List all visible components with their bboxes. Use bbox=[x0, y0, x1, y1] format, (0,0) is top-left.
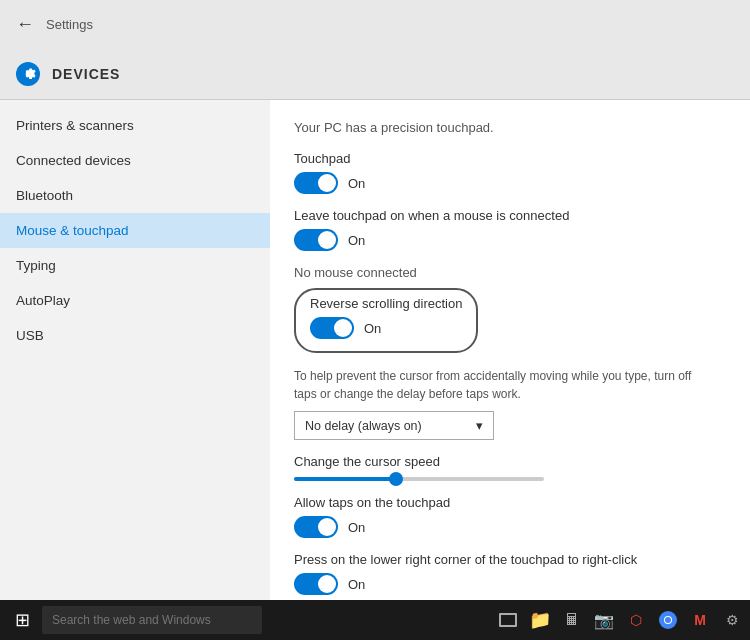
leave-touchpad-toggle[interactable] bbox=[294, 229, 338, 251]
cam-icon: 📷 bbox=[594, 611, 614, 630]
calc-icon: 🖩 bbox=[564, 611, 580, 629]
lower-right-toggle-text: On bbox=[348, 577, 365, 592]
gmail-icon[interactable]: M bbox=[688, 608, 712, 632]
main-layout: Printers & scanners Connected devices Bl… bbox=[0, 100, 750, 600]
sidebar-item-mouse[interactable]: Mouse & touchpad bbox=[0, 213, 270, 248]
slider-thumb[interactable] bbox=[389, 472, 403, 486]
sidebar: Printers & scanners Connected devices Bl… bbox=[0, 100, 270, 600]
precision-text: Your PC has a precision touchpad. bbox=[294, 120, 726, 135]
dropdown-chevron-icon: ▾ bbox=[476, 418, 483, 433]
sidebar-item-printers[interactable]: Printers & scanners bbox=[0, 108, 270, 143]
sidebar-item-usb[interactable]: USB bbox=[0, 318, 270, 353]
main-content: Your PC has a precision touchpad. Touchp… bbox=[270, 100, 750, 600]
chrome-svg bbox=[659, 611, 677, 629]
gear-icon bbox=[16, 62, 40, 86]
svg-point-2 bbox=[665, 617, 671, 623]
delay-dropdown-value: No delay (always on) bbox=[305, 419, 422, 433]
calculator-icon[interactable]: 🖩 bbox=[560, 608, 584, 632]
taskbar: ⊞ 📁 🖩 📷 ⬡ M bbox=[0, 600, 750, 640]
reverse-scroll-label: Reverse scrolling direction bbox=[310, 296, 462, 311]
devices-title: DEVICES bbox=[52, 66, 120, 82]
lower-right-label: Press on the lower right corner of the t… bbox=[294, 552, 726, 567]
taskbar-settings-icon[interactable]: ⚙ bbox=[720, 608, 744, 632]
allow-taps-label: Allow taps on the touchpad bbox=[294, 495, 726, 510]
taskview-icon[interactable] bbox=[496, 608, 520, 632]
lower-right-toggle[interactable] bbox=[294, 573, 338, 595]
settings-header: ← Settings bbox=[0, 0, 750, 48]
delay-dropdown[interactable]: No delay (always on) ▾ bbox=[294, 411, 494, 440]
sidebar-item-typing[interactable]: Typing bbox=[0, 248, 270, 283]
paint-icon[interactable]: ⬡ bbox=[624, 608, 648, 632]
cursor-speed-label: Change the cursor speed bbox=[294, 454, 726, 469]
touchpad-toggle[interactable] bbox=[294, 172, 338, 194]
explorer-icon[interactable]: 📁 bbox=[528, 608, 552, 632]
gmail-m: M bbox=[694, 612, 706, 628]
devices-header: DEVICES bbox=[0, 48, 750, 100]
start-button[interactable]: ⊞ bbox=[6, 604, 38, 636]
folder-icon: 📁 bbox=[529, 609, 551, 631]
help-text: To help prevent the cursor from accident… bbox=[294, 367, 714, 403]
reverse-scroll-section: Reverse scrolling direction On bbox=[294, 288, 478, 353]
no-mouse-label: No mouse connected bbox=[294, 265, 726, 280]
slider-track bbox=[294, 477, 544, 481]
cursor-speed-slider[interactable] bbox=[294, 477, 544, 481]
sidebar-item-connected[interactable]: Connected devices bbox=[0, 143, 270, 178]
leave-touchpad-toggle-row: On bbox=[294, 229, 726, 251]
gear-taskbar-icon: ⚙ bbox=[726, 612, 739, 628]
allow-taps-toggle[interactable] bbox=[294, 516, 338, 538]
touchpad-label: Touchpad bbox=[294, 151, 726, 166]
gear-svg bbox=[20, 66, 36, 82]
allow-taps-toggle-row: On bbox=[294, 516, 726, 538]
camera-icon[interactable]: 📷 bbox=[592, 608, 616, 632]
allow-taps-toggle-text: On bbox=[348, 520, 365, 535]
sidebar-item-autoplay[interactable]: AutoPlay bbox=[0, 283, 270, 318]
sidebar-item-bluetooth[interactable]: Bluetooth bbox=[0, 178, 270, 213]
hex-icon: ⬡ bbox=[630, 612, 642, 628]
chrome-icon[interactable] bbox=[656, 608, 680, 632]
taskbar-icons: 📁 🖩 📷 ⬡ M ⚙ bbox=[496, 608, 744, 632]
lower-right-toggle-row: On bbox=[294, 573, 726, 595]
reverse-scroll-toggle-text: On bbox=[364, 321, 381, 336]
touchpad-toggle-text: On bbox=[348, 176, 365, 191]
reverse-scroll-toggle-row: On bbox=[310, 317, 462, 339]
search-input[interactable] bbox=[42, 606, 262, 634]
leave-touchpad-label: Leave touchpad on when a mouse is connec… bbox=[294, 208, 726, 223]
touchpad-toggle-row: On bbox=[294, 172, 726, 194]
slider-fill bbox=[294, 477, 394, 481]
back-button[interactable]: ← bbox=[16, 14, 34, 35]
reverse-scroll-toggle[interactable] bbox=[310, 317, 354, 339]
header-title: Settings bbox=[46, 17, 93, 32]
leave-touchpad-toggle-text: On bbox=[348, 233, 365, 248]
taskview-square bbox=[499, 613, 517, 627]
